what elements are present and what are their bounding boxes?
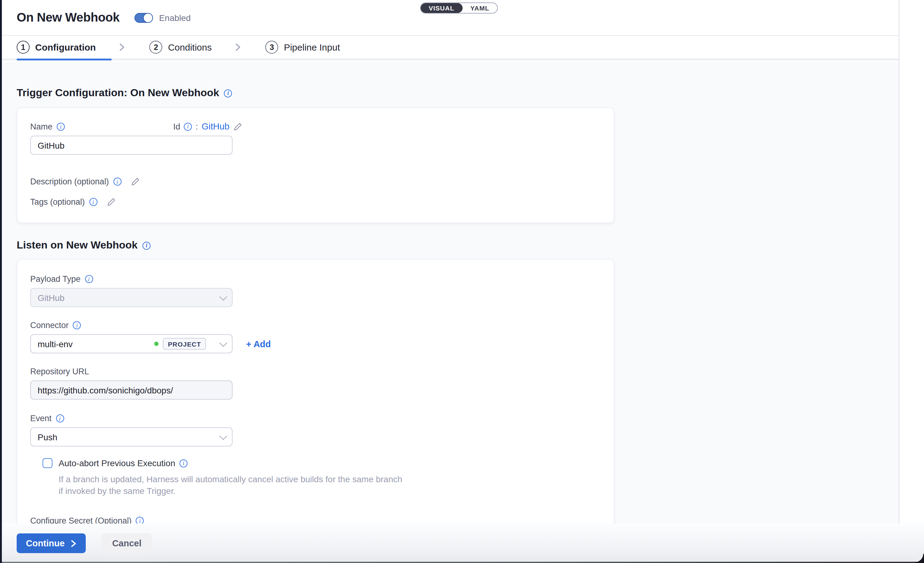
tab-pipeline-input[interactable]: 3 Pipeline Input (265, 41, 340, 54)
info-icon[interactable] (56, 415, 64, 422)
connector-label: Connector (30, 320, 69, 330)
chevron-down-icon (219, 293, 227, 300)
info-icon[interactable] (73, 321, 81, 329)
edit-pencil-icon[interactable] (233, 122, 242, 131)
connector-value: multi-env (38, 339, 154, 349)
tags-row: Tags (optional) (30, 197, 602, 207)
continue-label: Continue (26, 538, 65, 548)
trigger-panel: On New Webhook Enabled VISUAL YAML 1 Con… (0, 0, 899, 524)
tab-conditions[interactable]: 2 Conditions (150, 41, 212, 54)
edit-pencil-icon[interactable] (130, 177, 140, 186)
connector-label-row: Connector (30, 320, 602, 330)
active-tab-underline (16, 58, 112, 60)
name-id-row: Name Id : GitHub (30, 121, 242, 131)
chevron-right-icon (118, 43, 126, 51)
payload-type-value: GitHub (38, 293, 214, 302)
info-icon[interactable] (85, 275, 93, 283)
event-value: Push (38, 432, 214, 442)
repo-url-label-row: Repository URL (30, 367, 602, 376)
connector-row: multi-env PROJECT + Add (30, 330, 602, 353)
enabled-toggle[interactable] (135, 13, 153, 22)
chevron-down-icon (219, 432, 227, 440)
connector-scope-badge: PROJECT (163, 338, 206, 350)
tab-configuration[interactable]: 1 Configuration (16, 41, 96, 54)
auto-abort-label: Auto-abort Previous Execution (58, 458, 175, 468)
name-input[interactable] (30, 136, 232, 155)
auto-abort-help-line2: if invoked by the same Trigger. (58, 485, 602, 497)
step-label: Conditions (168, 42, 212, 52)
auto-abort-help-text: If a branch is updated, Harness will aut… (58, 473, 602, 497)
payload-type-select: GitHub (30, 288, 232, 307)
trigger-config-card: Name Id : GitHub Descripti (16, 107, 614, 223)
id-group: Id : GitHub (173, 121, 242, 131)
id-value-link[interactable]: GitHub (202, 121, 230, 131)
enabled-label: Enabled (159, 13, 191, 22)
info-icon[interactable] (224, 89, 232, 97)
wizard-step-bar: 1 Configuration 2 Conditions 3 Pipeline … (0, 36, 899, 60)
name-label: Name (30, 122, 52, 131)
info-icon[interactable] (57, 123, 65, 131)
trigger-section-title: Trigger Configuration: On New Webhook (16, 87, 219, 99)
event-label: Event (30, 414, 51, 423)
step-number-badge: 1 (16, 41, 30, 54)
left-nav-edge (0, 0, 2, 563)
auto-abort-help-line1: If a branch is updated, Harness will aut… (58, 473, 602, 485)
connector-status-dot (154, 341, 159, 346)
drawer-header: On New Webhook Enabled VISUAL YAML (0, 0, 899, 36)
auto-abort-label-row: Auto-abort Previous Execution (58, 458, 188, 468)
window-bottom-edge (0, 562, 924, 563)
description-row: Description (optional) (30, 177, 602, 186)
trigger-section-heading: Trigger Configuration: On New Webhook (16, 62, 899, 99)
event-label-row: Event (30, 414, 602, 423)
id-label: Id (173, 122, 180, 131)
chevron-right-icon (234, 43, 242, 51)
continue-button[interactable]: Continue (16, 533, 86, 553)
listen-section-title: Listen on New Webhook (16, 239, 138, 252)
info-icon[interactable] (184, 123, 192, 130)
info-icon[interactable] (180, 459, 188, 467)
connector-select[interactable]: multi-env PROJECT (30, 334, 232, 353)
toggle-knob (143, 13, 153, 22)
description-label: Description (optional) (30, 177, 109, 186)
name-label-row: Name (30, 122, 65, 131)
visual-yaml-switch: VISUAL YAML (420, 3, 498, 13)
visual-mode-button[interactable]: VISUAL (421, 3, 462, 13)
payload-type-label: Payload Type (30, 274, 81, 284)
auto-abort-checkbox[interactable] (42, 458, 52, 468)
cancel-label: Cancel (112, 538, 141, 548)
cancel-button[interactable]: Cancel (102, 533, 152, 553)
yaml-mode-button[interactable]: YAML (462, 3, 498, 13)
listen-section-heading: Listen on New Webhook (16, 239, 899, 252)
footer-action-bar: Continue Cancel (0, 524, 924, 563)
repo-url-label: Repository URL (30, 367, 89, 376)
payload-type-label-row: Payload Type (30, 274, 602, 284)
window-corner (915, 554, 924, 563)
auto-abort-row: Auto-abort Previous Execution (42, 458, 602, 468)
event-select[interactable]: Push (30, 427, 232, 446)
chevron-right-icon (70, 540, 76, 547)
step-number-badge: 3 (265, 41, 278, 54)
add-connector-button[interactable]: + Add (246, 339, 271, 349)
chevron-down-icon (219, 339, 227, 347)
info-icon[interactable] (113, 178, 121, 186)
step-label: Pipeline Input (284, 42, 340, 52)
listen-config-card: Payload Type GitHub Connector multi-env … (16, 259, 614, 539)
page-title: On New Webhook (16, 10, 120, 25)
edit-pencil-icon[interactable] (106, 197, 116, 207)
info-icon[interactable] (142, 241, 150, 249)
step-label: Configuration (35, 42, 96, 52)
trigger-drawer-page: On New Webhook Enabled VISUAL YAML 1 Con… (0, 0, 924, 563)
configuration-form: Trigger Configuration: On New Webhook Na… (0, 62, 899, 524)
step-number-badge: 2 (150, 41, 162, 54)
tags-label: Tags (optional) (30, 197, 85, 207)
id-separator: : (195, 122, 198, 131)
info-icon[interactable] (89, 198, 97, 206)
repo-url-input[interactable] (30, 380, 232, 400)
